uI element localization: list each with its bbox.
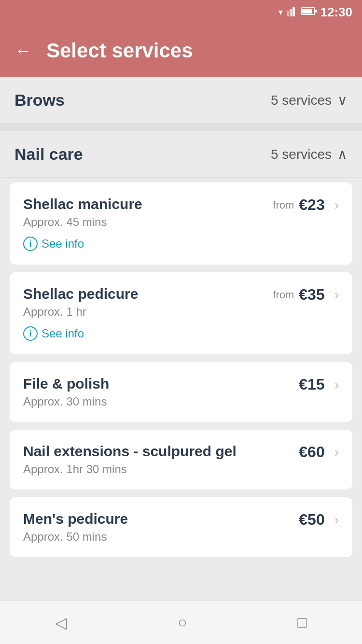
service-name-shellac-pedicure: Shellac pedicure xyxy=(23,286,273,302)
price-value-file-polish: €15 xyxy=(299,376,324,393)
price-value-mens-pedicure: €50 xyxy=(299,511,324,529)
status-bar: ▾ 12:30 xyxy=(0,0,362,24)
service-price-mens-pedicure: €50 › xyxy=(299,511,339,529)
service-info-file-polish: File & polish Approx. 30 mins xyxy=(23,376,299,408)
chevron-right-icon-mens-pedicure: › xyxy=(334,512,339,528)
brows-chevron: ∨ xyxy=(337,92,348,108)
service-price-nail-extensions: €60 › xyxy=(299,443,339,461)
brows-section-header[interactable]: Brows 5 services ∨ xyxy=(0,77,362,124)
see-info-shellac-pedicure[interactable]: i See info xyxy=(23,326,339,341)
service-name-file-polish: File & polish xyxy=(23,376,299,392)
service-price-shellac-manicure: from €23 › xyxy=(273,196,339,214)
service-card-shellac-pedicure[interactable]: Shellac pedicure Approx. 1 hr from €35 ›… xyxy=(10,272,352,354)
bottom-nav: ◁ ○ □ xyxy=(0,601,362,644)
chevron-right-icon: › xyxy=(334,197,339,213)
nail-care-count-area: 5 services ∧ xyxy=(271,146,348,162)
service-info-nail-extensions: Nail extensions - sculpured gel Approx. … xyxy=(23,443,299,476)
service-name-shellac-manicure: Shellac manicure xyxy=(23,196,273,212)
signal-icon xyxy=(287,6,297,19)
brows-count-area: 5 services ∨ xyxy=(271,92,348,108)
brows-title: Brows xyxy=(14,91,65,110)
see-info-label-shellac-pedicure: See info xyxy=(42,327,84,340)
status-icons: ▾ 12:30 xyxy=(278,5,353,20)
service-name-mens-pedicure: Men's pedicure xyxy=(23,511,299,527)
service-duration-nail-extensions: Approx. 1hr 30 mins xyxy=(23,462,299,476)
nav-home-button[interactable]: ○ xyxy=(178,614,187,631)
see-info-label-shellac-manicure: See info xyxy=(42,237,84,251)
service-duration-file-polish: Approx. 30 mins xyxy=(23,395,299,408)
price-from-label-pedicure: from xyxy=(273,289,294,301)
services-container: Shellac manicure Approx. 45 mins from €2… xyxy=(0,178,362,610)
chevron-right-icon-nail-extensions: › xyxy=(334,445,339,460)
nail-care-count: 5 services xyxy=(271,147,332,162)
status-time: 12:30 xyxy=(320,5,353,20)
svg-rect-1 xyxy=(290,9,292,16)
svg-rect-4 xyxy=(302,9,312,14)
service-price-file-polish: €15 › xyxy=(299,376,339,393)
nav-back-button[interactable]: ◁ xyxy=(55,614,67,632)
service-card-nail-extensions[interactable]: Nail extensions - sculpured gel Approx. … xyxy=(10,430,352,490)
service-price-shellac-pedicure: from €35 › xyxy=(273,286,339,304)
section-divider xyxy=(0,124,362,131)
service-duration-shellac-manicure: Approx. 45 mins xyxy=(23,215,273,229)
wifi-icon: ▾ xyxy=(278,7,283,17)
service-duration-shellac-pedicure: Approx. 1 hr xyxy=(23,305,273,319)
see-info-shellac-manicure[interactable]: i See info xyxy=(23,237,339,251)
service-card-mens-pedicure[interactable]: Men's pedicure Approx. 50 mins €50 › xyxy=(10,497,352,557)
price-value-shellac-pedicure: €35 xyxy=(299,286,324,304)
nail-care-title: Nail care xyxy=(14,145,83,164)
svg-rect-2 xyxy=(292,7,295,16)
info-icon-shellac-pedicure: i xyxy=(23,326,38,341)
service-info-mens-pedicure: Men's pedicure Approx. 50 mins xyxy=(23,511,299,544)
brows-count: 5 services xyxy=(271,93,332,108)
battery-icon xyxy=(301,7,317,18)
info-icon-shellac-manicure: i xyxy=(23,237,38,251)
service-card-shellac-manicure[interactable]: Shellac manicure Approx. 45 mins from €2… xyxy=(10,182,352,265)
back-button[interactable]: ← xyxy=(14,41,32,61)
service-info-shellac-manicure: Shellac manicure Approx. 45 mins xyxy=(23,196,273,229)
chevron-right-icon-file-polish: › xyxy=(334,377,339,392)
svg-rect-0 xyxy=(287,11,289,16)
nail-care-section-header[interactable]: Nail care 5 services ∧ xyxy=(0,131,362,178)
price-from-label: from xyxy=(273,199,294,211)
nail-care-chevron: ∧ xyxy=(337,146,348,162)
svg-rect-5 xyxy=(315,10,317,13)
page-title: Select services xyxy=(46,39,193,62)
header: ← Select services xyxy=(0,24,362,77)
nav-recent-button[interactable]: □ xyxy=(297,614,306,631)
service-duration-mens-pedicure: Approx. 50 mins xyxy=(23,530,299,544)
service-info-shellac-pedicure: Shellac pedicure Approx. 1 hr xyxy=(23,286,273,319)
service-card-file-polish[interactable]: File & polish Approx. 30 mins €15 › xyxy=(10,362,352,422)
price-value-nail-extensions: €60 xyxy=(299,443,324,461)
service-name-nail-extensions: Nail extensions - sculpured gel xyxy=(23,443,299,460)
chevron-right-icon-pedicure: › xyxy=(334,287,339,303)
price-value-shellac-manicure: €23 xyxy=(299,196,324,214)
